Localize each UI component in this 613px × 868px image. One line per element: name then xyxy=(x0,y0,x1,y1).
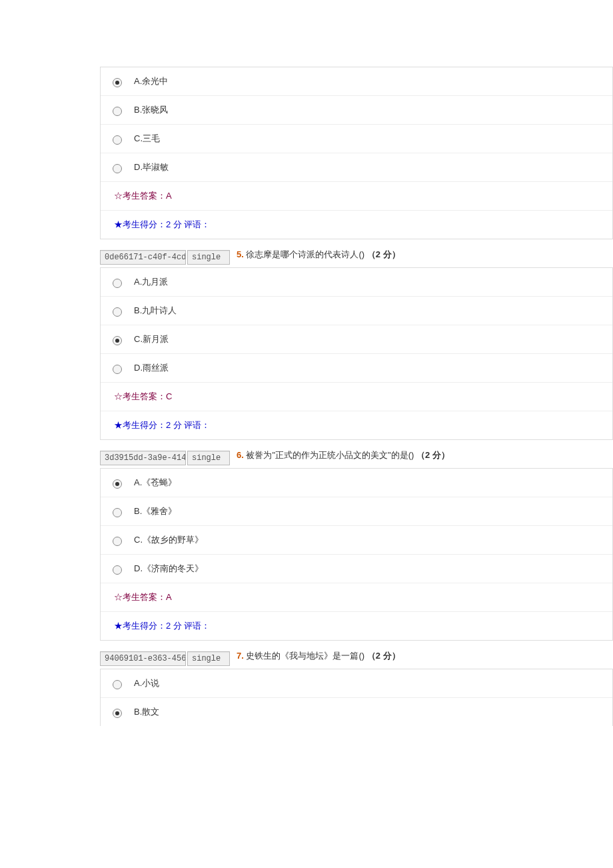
radio-icon[interactable] xyxy=(113,365,122,374)
question-number: 7. xyxy=(237,651,244,661)
student-answer: ☆考生答案：A xyxy=(101,182,612,211)
option-text: C.《故乡的野草》 xyxy=(134,526,612,554)
question-number: 5. xyxy=(237,249,244,259)
option-row[interactable]: B.九叶诗人 xyxy=(101,297,612,325)
option-row[interactable]: C.三毛 xyxy=(101,125,612,153)
option-row[interactable]: A.九月派 xyxy=(101,268,612,297)
question-7-block: A.小说 B.散文 xyxy=(100,669,613,726)
option-row[interactable]: B.散文 xyxy=(101,698,612,726)
radio-icon[interactable] xyxy=(113,279,122,288)
student-score: ★考生得分：2 分 评语： xyxy=(101,211,612,239)
radio-icon[interactable] xyxy=(113,164,122,173)
radio-icon[interactable] xyxy=(113,107,122,116)
option-text: D.雨丝派 xyxy=(134,354,612,382)
option-text: A.余光中 xyxy=(134,67,612,95)
option-text: C.新月派 xyxy=(134,325,612,353)
option-text: A.九月派 xyxy=(134,268,612,296)
student-answer: ☆考生答案：A xyxy=(101,583,612,612)
radio-icon[interactable] xyxy=(113,307,122,317)
radio-icon[interactable] xyxy=(113,479,122,489)
question-4-block: A.余光中 B.张晓风 C.三毛 D.毕淑敏 ☆考生答案：A ★考生得分：2 分… xyxy=(100,67,613,239)
question-id-input[interactable]: 94069101-e363-456 xyxy=(100,651,186,666)
question-text: 5. 徐志摩是哪个诗派的代表诗人() （2 分） xyxy=(230,245,613,265)
question-stem: 史铁生的《我与地坛》是一篇() xyxy=(244,651,367,661)
option-row[interactable]: C.《故乡的野草》 xyxy=(101,526,612,555)
option-text: B.散文 xyxy=(134,698,612,726)
radio-icon[interactable] xyxy=(113,565,122,575)
option-text: B.《雅舍》 xyxy=(134,497,612,525)
question-6-header: 3d3915dd-3a9e-414 single 6. 被誉为"正式的作为正统小… xyxy=(100,445,613,465)
radio-icon[interactable] xyxy=(113,709,122,718)
question-id-input[interactable]: 3d3915dd-3a9e-414 xyxy=(100,451,186,465)
option-row[interactable]: B.张晓风 xyxy=(101,96,612,125)
question-points: （2 分） xyxy=(367,651,400,661)
page-content: A.余光中 B.张晓风 C.三毛 D.毕淑敏 ☆考生答案：A ★考生得分：2 分… xyxy=(100,0,613,726)
radio-icon[interactable] xyxy=(113,135,122,145)
option-row[interactable]: D.雨丝派 xyxy=(101,354,612,383)
student-score: ★考生得分：2 分 评语： xyxy=(101,411,612,439)
student-answer: ☆考生答案：C xyxy=(101,383,612,411)
option-row[interactable]: C.新月派 xyxy=(101,325,612,354)
question-type-input[interactable]: single xyxy=(187,451,230,465)
option-text: D.毕淑敏 xyxy=(134,153,612,181)
option-row[interactable]: B.《雅舍》 xyxy=(101,497,612,526)
option-row[interactable]: A.余光中 xyxy=(101,67,612,96)
question-7-header: 94069101-e363-456 single 7. 史铁生的《我与地坛》是一… xyxy=(100,646,613,666)
radio-icon[interactable] xyxy=(113,78,122,87)
radio-icon[interactable] xyxy=(113,508,122,517)
question-5-block: A.九月派 B.九叶诗人 C.新月派 D.雨丝派 ☆考生答案：C ★考生得分：2… xyxy=(100,267,613,440)
question-points: （2 分） xyxy=(416,450,450,460)
question-stem: 被誉为"正式的作为正统小品文的美文"的是() xyxy=(244,450,416,460)
option-row[interactable]: A.《苍蝇》 xyxy=(101,469,612,497)
question-stem: 徐志摩是哪个诗派的代表诗人() xyxy=(244,249,367,259)
option-text: A.小说 xyxy=(134,669,612,697)
question-points: （2 分） xyxy=(367,249,400,259)
question-number: 6. xyxy=(237,450,244,460)
option-row[interactable]: D.《济南的冬天》 xyxy=(101,555,612,583)
student-score: ★考生得分：2 分 评语： xyxy=(101,612,612,640)
question-text: 7. 史铁生的《我与地坛》是一篇() （2 分） xyxy=(230,646,613,666)
question-type-input[interactable]: single xyxy=(187,250,230,265)
option-text: C.三毛 xyxy=(134,125,612,153)
question-5-header: 0de66171-c40f-4cd single 5. 徐志摩是哪个诗派的代表诗… xyxy=(100,245,613,265)
question-text: 6. 被誉为"正式的作为正统小品文的美文"的是() （2 分） xyxy=(230,445,613,465)
question-type-input[interactable]: single xyxy=(187,651,230,666)
radio-icon[interactable] xyxy=(113,537,122,546)
question-id-input[interactable]: 0de66171-c40f-4cd xyxy=(100,250,186,265)
radio-icon[interactable] xyxy=(113,336,122,345)
option-row[interactable]: A.小说 xyxy=(101,669,612,698)
option-text: B.张晓风 xyxy=(134,96,612,124)
option-text: D.《济南的冬天》 xyxy=(134,555,612,583)
option-text: B.九叶诗人 xyxy=(134,297,612,325)
radio-icon[interactable] xyxy=(113,680,122,689)
option-text: A.《苍蝇》 xyxy=(134,469,612,497)
option-row[interactable]: D.毕淑敏 xyxy=(101,153,612,182)
question-6-block: A.《苍蝇》 B.《雅舍》 C.《故乡的野草》 D.《济南的冬天》 ☆考生答案：… xyxy=(100,468,613,641)
